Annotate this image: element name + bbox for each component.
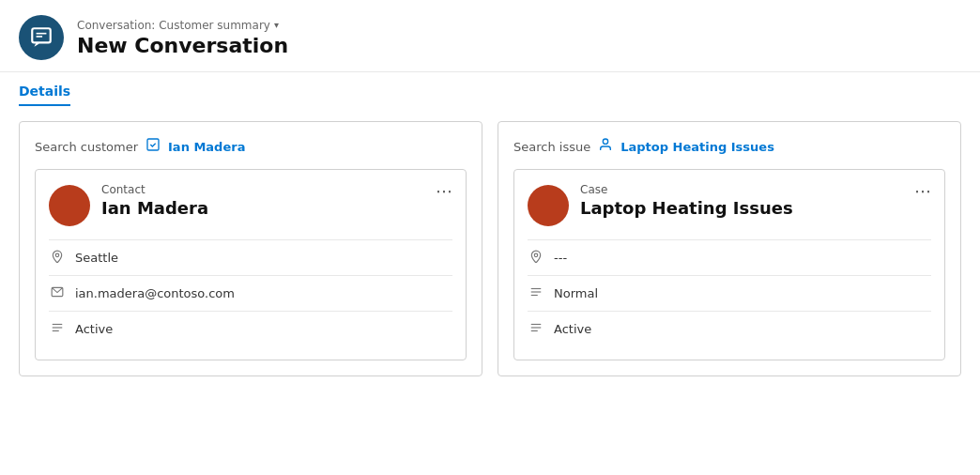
customer-search-icon <box>145 137 161 156</box>
customer-search-value[interactable]: Ian Madera <box>168 140 245 154</box>
customer-card: Contact Ian Madera ⋯ Seattle <box>35 169 467 360</box>
issue-search-label: Search issue <box>513 140 590 154</box>
header-subtitle: Conversation: Customer summary ▾ <box>77 19 288 32</box>
issue-card: Case Laptop Heating Issues ⋯ --- <box>513 169 945 360</box>
issue-card-type: Case <box>580 183 914 196</box>
customer-card-menu-button[interactable]: ⋯ <box>436 183 452 200</box>
issue-search-icon <box>598 137 613 156</box>
svg-point-8 <box>604 139 608 144</box>
customer-field-email: ian.madera@contoso.com <box>49 276 452 312</box>
issue-location-icon <box>528 250 544 266</box>
customer-avatar <box>49 185 90 226</box>
customer-field-status: Active <box>49 312 452 346</box>
customer-card-fields: Seattle ian.madera@contoso.com <box>49 239 452 346</box>
issue-status-value: Active <box>554 322 591 336</box>
issue-field-status: Active <box>528 312 931 346</box>
issue-card-title-area: Case Laptop Heating Issues <box>580 183 914 218</box>
customer-field-location: Seattle <box>49 240 452 276</box>
location-icon <box>49 250 66 266</box>
customer-card-type: Contact <box>101 183 436 196</box>
issue-priority-value: Normal <box>554 286 598 300</box>
customer-status-value: Active <box>75 322 113 336</box>
conversation-label: Conversation: Customer summary <box>77 19 270 32</box>
email-icon <box>49 285 66 301</box>
header-text-group: Conversation: Customer summary ▾ New Con… <box>77 19 288 57</box>
customer-search-row: Search customer Ian Madera <box>35 137 467 156</box>
customer-card-header: Contact Ian Madera ⋯ <box>49 183 452 226</box>
issue-card-name: Laptop Heating Issues <box>580 198 914 218</box>
page-title: New Conversation <box>77 34 288 57</box>
main-content: Search customer Ian Madera Contact Ian M… <box>0 106 980 391</box>
tab-details[interactable]: Details <box>19 84 70 106</box>
issue-avatar <box>528 185 569 226</box>
svg-point-9 <box>534 253 538 257</box>
issue-field-location: --- <box>528 240 931 276</box>
issue-card-menu-button[interactable]: ⋯ <box>914 183 931 200</box>
issue-search-value[interactable]: Laptop Heating Issues <box>620 140 774 154</box>
customer-email-value: ian.madera@contoso.com <box>75 286 235 300</box>
svg-rect-0 <box>32 28 51 42</box>
tabs-bar: Details <box>0 72 980 106</box>
issue-location-value: --- <box>554 251 567 265</box>
customer-search-label: Search customer <box>35 140 138 154</box>
issue-status-icon <box>528 321 544 337</box>
customer-card-title-area: Contact Ian Madera <box>101 183 436 218</box>
chevron-down-icon[interactable]: ▾ <box>274 20 279 30</box>
customer-location-value: Seattle <box>75 251 118 265</box>
issue-search-row: Search issue Laptop Heating Issues <box>513 137 945 156</box>
customer-panel: Search customer Ian Madera Contact Ian M… <box>19 121 482 376</box>
conversation-icon <box>29 25 54 50</box>
issue-panel: Search issue Laptop Heating Issues Case … <box>498 121 961 376</box>
page-header: Conversation: Customer summary ▾ New Con… <box>0 0 980 72</box>
svg-point-3 <box>55 253 59 257</box>
issue-field-priority: Normal <box>528 276 931 312</box>
status-icon <box>49 321 66 337</box>
priority-icon <box>528 285 544 301</box>
issue-card-fields: --- Normal <box>528 239 931 346</box>
issue-card-header: Case Laptop Heating Issues ⋯ <box>528 183 931 226</box>
customer-card-name: Ian Madera <box>101 198 436 218</box>
app-icon <box>19 15 64 60</box>
